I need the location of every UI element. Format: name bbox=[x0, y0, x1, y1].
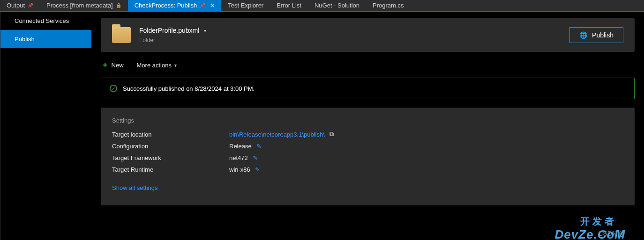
pin-icon[interactable]: 📌 bbox=[28, 3, 33, 8]
edit-icon[interactable]: ✎ bbox=[253, 154, 258, 161]
settings-title: Settings bbox=[112, 117, 623, 124]
banner-text: Successfully published on 8/28/2024 at 3… bbox=[123, 85, 255, 92]
sidebar-item-publish[interactable]: Publish bbox=[0, 30, 91, 48]
folder-icon bbox=[112, 27, 131, 43]
profile-filename: FolderProfile.pubxml bbox=[139, 27, 199, 34]
lock-icon: 🔒 bbox=[116, 3, 121, 8]
setting-label: Target Framework bbox=[112, 154, 229, 161]
tab-checkprocess-publish[interactable]: CheckProcess: Publish 📌 ✕ bbox=[128, 0, 222, 11]
tab-label: CheckProcess: Publish bbox=[135, 2, 197, 9]
tab-label: Output bbox=[7, 2, 25, 9]
tab-label: Error List bbox=[277, 2, 301, 9]
profile-selector[interactable]: FolderProfile.pubxml ▾ bbox=[139, 27, 561, 34]
watermark-top: 开发者 bbox=[580, 215, 617, 228]
more-label: More actions bbox=[137, 62, 172, 69]
tab-test-explorer[interactable]: Test Explorer bbox=[221, 0, 270, 11]
tab-output[interactable]: Output 📌 bbox=[0, 0, 40, 11]
setting-row-target-runtime: Target Runtime win-x86 ✎ bbox=[112, 166, 623, 173]
setting-label: Configuration bbox=[112, 143, 229, 150]
tab-process[interactable]: Process [from metadata] 🔒 bbox=[40, 0, 128, 11]
check-icon: ✓ bbox=[110, 85, 117, 92]
tab-nuget[interactable]: NuGet - Solution bbox=[308, 0, 366, 11]
publish-button-label: Publish bbox=[592, 31, 614, 39]
more-actions-button[interactable]: More actions ▾ bbox=[137, 62, 177, 69]
setting-label: Target location bbox=[112, 131, 229, 138]
tab-program[interactable]: Program.cs bbox=[366, 0, 410, 11]
setting-label: Target Runtime bbox=[112, 166, 229, 173]
profile-card: FolderProfile.pubxml ▾ Folder 🌐 Publish bbox=[101, 18, 635, 52]
target-location-link[interactable]: bin\Release\netcoreapp3.1\publish\ bbox=[229, 131, 325, 138]
pin-icon[interactable]: 📌 bbox=[200, 3, 205, 8]
main-content: FolderProfile.pubxml ▾ Folder 🌐 Publish … bbox=[91, 12, 644, 240]
setting-row-configuration: Configuration Release ✎ bbox=[112, 143, 623, 150]
sidebar: Connected Services Publish bbox=[0, 12, 91, 240]
new-button[interactable]: + New bbox=[103, 60, 124, 70]
profile-type: Folder bbox=[139, 37, 561, 44]
edit-icon[interactable]: ✎ bbox=[256, 143, 262, 150]
tab-error-list[interactable]: Error List bbox=[270, 0, 308, 11]
setting-row-target-location: Target location bin\Release\netcoreapp3.… bbox=[112, 131, 623, 138]
setting-value: win-x86 bbox=[229, 166, 250, 173]
globe-icon: 🌐 bbox=[579, 31, 587, 39]
show-all-settings-link[interactable]: Show all settings bbox=[112, 184, 158, 191]
tab-bar: Output 📌 Process [from metadata] 🔒 Check… bbox=[0, 0, 644, 12]
close-icon[interactable]: ✕ bbox=[210, 2, 215, 9]
copy-icon[interactable]: ⧉ bbox=[329, 131, 334, 138]
toolbar: + New More actions ▾ bbox=[101, 60, 635, 70]
watermark-main: DevZe.CoM bbox=[554, 227, 625, 240]
setting-row-target-framework: Target Framework net472 ✎ bbox=[112, 154, 623, 161]
tab-label: Program.cs bbox=[373, 2, 404, 9]
setting-value: Release bbox=[229, 143, 252, 150]
tab-label: Process [from metadata] bbox=[46, 2, 113, 9]
chevron-down-icon: ▾ bbox=[204, 28, 206, 33]
tab-label: NuGet - Solution bbox=[315, 2, 359, 9]
sidebar-item-connected[interactable]: Connected Services bbox=[0, 12, 91, 30]
tab-label: Test Explorer bbox=[228, 2, 263, 9]
new-label: New bbox=[112, 62, 124, 69]
settings-panel: Settings Target location bin\Release\net… bbox=[101, 108, 635, 205]
chevron-down-icon: ▾ bbox=[174, 63, 177, 68]
edit-icon[interactable]: ✎ bbox=[255, 166, 260, 173]
publish-button[interactable]: 🌐 Publish bbox=[569, 27, 623, 43]
plus-icon: + bbox=[103, 60, 108, 70]
success-banner: ✓ Successfully published on 8/28/2024 at… bbox=[101, 78, 635, 99]
setting-value: net472 bbox=[229, 154, 248, 161]
